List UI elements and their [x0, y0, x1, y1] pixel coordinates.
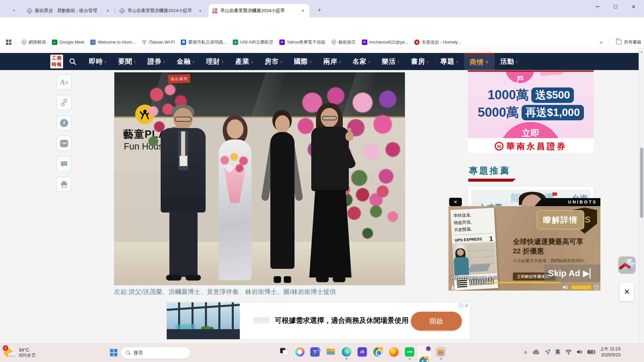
bookmark-item[interactable]: 網路郵局 — [21, 39, 46, 45]
facebook-share-button[interactable]: f — [56, 115, 72, 131]
skip-ad-button[interactable]: Skip Ad▶▏ — [544, 264, 600, 282]
teams-icon[interactable]: T — [310, 347, 320, 357]
video-close-button[interactable]: ✕ — [449, 198, 462, 206]
task-view-icon[interactable] — [279, 347, 289, 357]
window-minimize-button[interactable] — [590, 0, 605, 13]
file-explorer-icon[interactable] — [326, 347, 335, 357]
battery-icon[interactable] — [587, 350, 595, 354]
location-icon[interactable] — [545, 349, 551, 355]
nav-item[interactable]: 金融› — [171, 53, 200, 70]
page-top-gap — [0, 48, 639, 53]
nav-item[interactable]: 要聞› — [112, 53, 142, 70]
meet-icon: ▸ — [52, 40, 57, 45]
tab-2[interactable]: 草山岩產業暨洪幗襄2024小提琴 ✕ — [116, 4, 207, 17]
font-size-button[interactable]: AA — [56, 74, 72, 90]
line-share-button[interactable]: LINE — [56, 136, 72, 151]
line-app-icon[interactable]: LINE — [405, 347, 414, 357]
banner-open-button[interactable]: 開啟 — [411, 312, 462, 330]
bookmark-item[interactable]: iTaiwan Wi-Fi — [142, 40, 175, 45]
huanan-logo: H — [495, 142, 503, 150]
bookmark-item[interactable]: ✉mrchance622@ya... — [362, 40, 409, 45]
caret-down-icon: ˅ — [485, 59, 489, 65]
bookmark-item[interactable]: ✉Yahoo奇摩電子信箱 — [279, 39, 325, 45]
tab-search-icon[interactable]: ⌄ — [9, 5, 19, 14]
chevron-right-icon: › — [339, 59, 341, 65]
weather-icon: 2 — [3, 346, 16, 359]
site-search-icon[interactable] — [69, 58, 77, 66]
globe-favicon — [119, 8, 125, 13]
weather-widget[interactable]: 2 34°C 晴時多雲 — [3, 346, 36, 359]
nav-item[interactable]: 兩岸› — [318, 53, 347, 70]
bookmark-item[interactable]: ●Welcome to Atom... — [90, 40, 135, 45]
securities-ad[interactable]: 戶 1000萬 送$500 5000萬 再送$1,000 立即 線上開戶 H 華… — [468, 70, 594, 153]
ad-info-icon[interactable]: ⓘ — [459, 303, 463, 309]
media-player-icon[interactable] — [436, 347, 445, 357]
taskbar-clock[interactable]: 上午 11:23 2025/5/23 — [600, 346, 621, 358]
tray-expand-chevron[interactable]: ∧ — [524, 350, 527, 355]
skip-icon: ▶▏ — [583, 268, 596, 279]
nav-item[interactable]: 書房› — [406, 53, 435, 70]
onedrive-icon[interactable] — [532, 349, 540, 355]
bookmark-item[interactable]: 藝術旅店 — [331, 39, 356, 45]
help-icon[interactable]: ? — [594, 285, 599, 290]
nav-item[interactable]: 國際› — [288, 53, 317, 70]
nav-item[interactable]: 即時› — [83, 53, 112, 70]
tab-close-icon[interactable]: ✕ — [197, 8, 203, 14]
pause-button[interactable]: ❚❚ — [451, 285, 459, 290]
volume-slider[interactable] — [572, 286, 591, 289]
nav-item-active[interactable]: 商情˅ — [464, 53, 494, 70]
tab-close-icon[interactable]: ✕ — [105, 8, 111, 14]
edge-icon[interactable] — [342, 347, 351, 357]
bookmark-item[interactable]: ▸Google Meet — [52, 40, 84, 45]
ctee-logo[interactable]: 工商時報 — [50, 55, 63, 68]
bottom-banner-ad[interactable]: 可根據需求選擇，適合商務及休閒場景使用 開啟 ⓘ ✕ — [166, 302, 470, 340]
laptop — [468, 263, 491, 272]
wifi-icon[interactable] — [565, 349, 572, 355]
nav-item[interactable]: 證券› — [142, 53, 171, 70]
ad-close-icon[interactable]: ✕ — [465, 303, 469, 309]
article-photo: 演出成功 藝童PLAY Fun House — [114, 72, 405, 285]
firefox-icon[interactable] — [389, 347, 398, 357]
mute-button[interactable] — [562, 285, 568, 290]
tab-1[interactable]: 藝術異述 · 易數藝術 - 後台管理 ✕ — [23, 4, 114, 17]
nav-item[interactable]: 理財› — [200, 53, 229, 70]
nav-item[interactable]: 產業› — [230, 53, 259, 70]
new-tab-button[interactable]: ＋ — [315, 5, 324, 15]
copy-link-button[interactable] — [56, 95, 72, 110]
scrollbar-thumb[interactable] — [640, 147, 643, 218]
all-bookmarks-button[interactable]: 所有書籤 — [616, 39, 641, 45]
bookmark-item[interactable]: a全新改款 - Homely... — [414, 39, 461, 45]
nav-item[interactable]: 樂活› — [376, 53, 405, 70]
nav-item[interactable]: 活動› — [495, 53, 524, 70]
video-player[interactable]: PS 瞭解詳情 準時送達, 物超所值, 共創雙贏。 UPS EXPRESS 1 — [448, 206, 600, 291]
taskbar-search[interactable]: 搜尋 — [121, 347, 191, 359]
window-maximize-button[interactable] — [608, 0, 623, 13]
video-ad: ✕ UNIBOTS PS 瞭解詳情 準時送達, 物超所值, 共創雙贏。 UPS … — [448, 198, 600, 291]
ime-language-indicator[interactable]: 英 — [555, 349, 560, 355]
start-button[interactable] — [110, 349, 117, 356]
nav-item[interactable]: 名家› — [347, 53, 376, 70]
copilot-icon[interactable] — [295, 347, 305, 357]
bookmark-item[interactable]: ✈UNI AIR立榮航空 — [233, 39, 273, 45]
speaker-icon[interactable] — [577, 349, 583, 355]
bookmarks-overflow-button[interactable]: » — [600, 39, 602, 45]
site-navbar: 工商時報 即時› 要聞› 證券› 金融› 理財› 產業› 房市› 國際› 兩岸›… — [0, 53, 639, 70]
tab-close-icon[interactable]: ✕ — [300, 8, 306, 14]
page-scrollbar[interactable]: ▲ — [639, 48, 644, 344]
ad-close-button[interactable]: ✕ — [620, 283, 634, 301]
apps-grid-icon[interactable] — [6, 40, 11, 45]
learn-more-button[interactable]: 瞭解詳情 — [537, 210, 584, 230]
app-icon-slash-a[interactable]: /A — [358, 347, 367, 357]
scroll-to-top-button[interactable] — [618, 256, 636, 274]
nav-item[interactable]: 房市› — [259, 53, 288, 70]
date: 2025/5/23 — [600, 352, 621, 358]
bookmark-item[interactable]: 港臺南市私立港明高... — [181, 39, 227, 45]
tab-3-active[interactable]: 工商時報 草山岩產業暨洪幗襄2024小提琴 ✕ — [209, 4, 309, 17]
comment-button[interactable] — [56, 156, 72, 172]
print-button[interactable] — [56, 177, 72, 192]
window-close-button[interactable]: ✕ — [626, 0, 641, 13]
browser-toolbar: ← → ⟳ ctee.com.tw/news/20241221700760-43… — [0, 17, 644, 36]
nav-item[interactable]: 專題› — [435, 53, 464, 70]
chrome-icon[interactable] — [373, 347, 383, 357]
scrollbar-up-arrow[interactable]: ▲ — [639, 48, 644, 53]
